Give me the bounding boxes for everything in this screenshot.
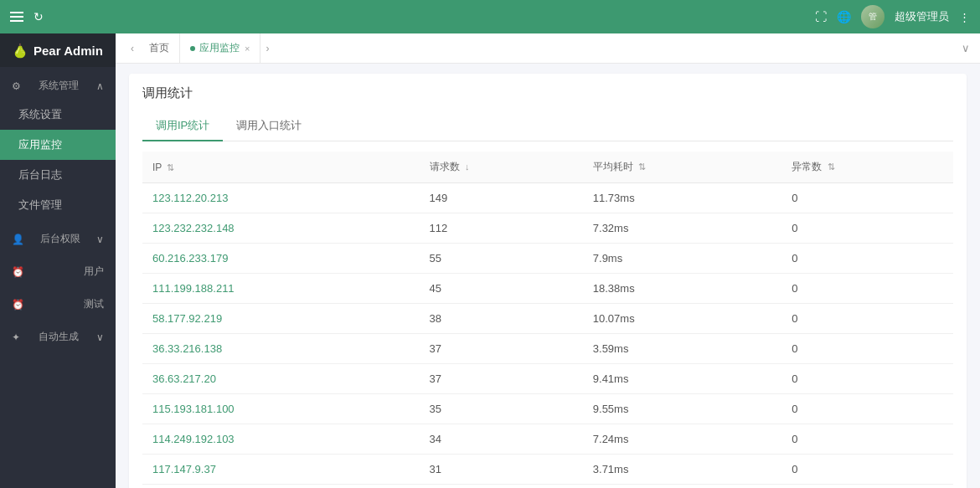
close-tab-icon[interactable]: × [245,44,250,54]
col-requests: 请求数 ↓ [420,152,583,183]
cell-ip: 111.199.188.211 [142,274,420,304]
tab-entry-stats[interactable]: 调用入口统计 [223,111,315,141]
sidebar-group-header-permissions[interactable]: 👤 后台权限 ∨ [0,223,116,253]
sidebar-group-header-user[interactable]: ⏰ 用户 [0,256,116,285]
test-label: 测试 [84,297,104,311]
sidebar-group-header-autogen[interactable]: ✦ 自动生成 ∨ [0,321,116,351]
cell-ip: 117.147.9.37 [142,455,420,485]
col-ip: IP ⇅ [142,152,420,183]
table-header-row: IP ⇅ 请求数 ↓ 平均耗时 ⇅ 异常数 ⇅ [142,152,953,183]
sidebar-item-system-settings[interactable]: 系统设置 [0,100,116,130]
nav-next-arrow[interactable]: › [260,43,274,54]
cell-ip: 123.232.232.148 [142,213,420,244]
fullscreen-icon[interactable]: ⛶ [815,10,827,23]
cell-requests: 149 [420,183,583,213]
home-tab-label: 首页 [149,41,169,55]
cell-errors: 0 [781,274,953,304]
cell-errors: 0 [781,213,953,244]
breadcrumb-tab-monitor[interactable]: 应用监控 × [180,33,260,63]
cell-ip: 114.249.192.103 [142,424,420,455]
table-row: 114.249.192.103 34 7.24ms 0 [142,424,953,455]
test-icon: ⏰ [12,299,24,311]
table-row: 58.177.92.219 38 10.07ms 0 [142,304,953,334]
user-icon: ⏰ [12,266,24,278]
refresh-icon[interactable]: ↻ [34,10,44,23]
table-row: 117.147.9.37 31 3.71ms 0 [142,455,953,485]
sidebar-logo: 🍐 Pear Admin [0,33,116,67]
cell-ip: 58.177.92.219 [142,304,420,334]
permissions-label: 后台权限 [40,232,80,246]
cell-avg-time: 9.41ms [583,364,781,394]
system-mgmt-label: 系统管理 [39,79,79,93]
globe-icon[interactable]: 🌐 [837,10,851,23]
cell-errors: 0 [781,394,953,424]
sidebar-item-file-mgmt[interactable]: 文件管理 [0,190,116,220]
table-row: 36.33.216.138 37 3.59ms 0 [142,334,953,364]
sort-icon-requests[interactable]: ↓ [465,162,470,172]
cell-errors: 0 [781,304,953,334]
cell-requests: 112 [420,213,583,244]
cell-avg-time: 3.71ms [583,455,781,485]
chevron-up-icon: ∧ [96,80,104,92]
breadcrumb-bar: ‹ 首页 应用监控 × › ∨ [116,33,980,64]
content-area: ‹ 首页 应用监控 × › ∨ 调用统计 [116,33,980,488]
cell-requests: 31 [420,455,583,485]
top-header: ↻ ⛶ 🌐 管 超级管理员 ⋮ [0,0,980,33]
sort-icon-avg-time[interactable]: ⇅ [638,162,646,172]
sidebar-item-backend-log[interactable]: 后台日志 [0,160,116,190]
active-dot [190,46,195,51]
tab-ip-stats[interactable]: 调用IP统计 [142,111,223,141]
cell-ip: 123.112.20.213 [142,183,420,213]
autogen-icon: ✦ [12,331,20,343]
table-body: 123.112.20.213 149 11.73ms 0 123.232.232… [142,183,953,485]
invoke-stats-card: 调用统计 调用IP统计 调用入口统计 IP ⇅ 请求数 ↓ 平均耗时 ⇅ [129,74,967,488]
section-title-invoke-stats: 调用统计 [142,85,953,101]
sidebar-item-app-monitor[interactable]: 应用监控 [0,130,116,160]
invoke-stats-inner: 调用统计 调用IP统计 调用入口统计 IP ⇅ 请求数 ↓ 平均耗时 ⇅ [129,74,967,488]
monitor-tab-label: 应用监控 [199,41,240,55]
chevron-down-icon-permissions: ∨ [96,234,104,245]
cell-errors: 0 [781,244,953,274]
cell-errors: 0 [781,183,953,213]
cell-errors: 0 [781,334,953,364]
table-row: 123.112.20.213 149 11.73ms 0 [142,183,953,213]
cell-errors: 0 [781,364,953,394]
autogen-label: 自动生成 [39,330,79,344]
table-row: 60.216.233.179 55 7.9ms 0 [142,244,953,274]
cell-requests: 45 [420,274,583,304]
cell-requests: 35 [420,394,583,424]
cell-avg-time: 3.59ms [583,334,781,364]
hamburger-icon[interactable] [10,12,23,22]
cell-avg-time: 7.9ms [583,244,781,274]
main-layout: 🍐 Pear Admin ⚙ 系统管理 ∧ 系统设置 应用监控 后台日志 文件管… [0,33,980,488]
cell-ip: 36.33.216.138 [142,334,420,364]
col-errors: 异常数 ⇅ [781,152,953,183]
cell-avg-time: 10.07ms [583,304,781,334]
avatar: 管 [861,5,885,28]
cell-ip: 115.193.181.100 [142,394,420,424]
permissions-icon: 👤 [12,234,24,245]
cell-avg-time: 18.38ms [583,274,781,304]
sort-icon-ip[interactable]: ⇅ [167,162,174,172]
breadcrumb-tab-home[interactable]: 首页 [139,33,180,63]
header-right: ⛶ 🌐 管 超级管理员 ⋮ [815,5,970,28]
col-avg-time: 平均耗时 ⇅ [583,152,781,183]
sidebar-group-system: ⚙ 系统管理 ∧ 系统设置 应用监控 后台日志 文件管理 [0,70,116,220]
cell-requests: 55 [420,244,583,274]
cell-errors: 0 [781,455,953,485]
cell-requests: 37 [420,364,583,394]
header-left: ↻ [10,10,44,23]
username-label[interactable]: 超级管理员 [895,9,949,24]
sidebar-group-header-system[interactable]: ⚙ 系统管理 ∧ [0,70,116,100]
table-row: 123.232.232.148 112 7.32ms 0 [142,213,953,244]
chevron-down-icon-autogen: ∨ [96,331,104,343]
cell-avg-time: 9.55ms [583,394,781,424]
cell-ip: 60.216.233.179 [142,244,420,274]
nav-prev-arrow[interactable]: ‹ [126,43,139,54]
system-mgmt-icon: ⚙ [12,80,21,92]
sidebar-group-header-test[interactable]: ⏰ 测试 [0,289,116,318]
breadcrumb-dropdown-icon[interactable]: ∨ [962,42,970,54]
sort-icon-errors[interactable]: ⇅ [828,162,835,172]
page-content: 调用统计 调用IP统计 调用入口统计 IP ⇅ 请求数 ↓ 平均耗时 ⇅ [116,64,980,488]
more-icon[interactable]: ⋮ [959,11,970,23]
